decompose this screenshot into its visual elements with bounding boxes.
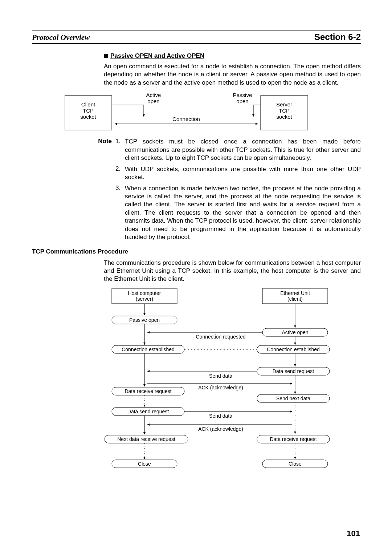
note-2-num: 2. xyxy=(115,165,125,182)
header-right: Section 6-2 xyxy=(314,32,361,42)
note-2: 2. With UDP sockets, communications are … xyxy=(86,165,361,182)
note-2-text: With UDP sockets, communications are pos… xyxy=(125,165,361,182)
passive-open-1: Passive xyxy=(233,92,252,98)
bubble-data-send-req-left: Data send request xyxy=(127,409,169,414)
server-label-1: Server xyxy=(276,101,292,108)
bubble-conn-est-left: Connection established xyxy=(122,347,175,352)
subheading-passive-active-open: Passive OPEN and Active OPEN xyxy=(104,52,361,60)
tcp-intro-block: The communications procedure is shown be… xyxy=(104,259,361,283)
eth-box-l1: Ethernet Unit xyxy=(280,290,310,296)
label-ack-2: ACK (acknowledge) xyxy=(198,426,243,432)
server-label-3: socket xyxy=(276,114,292,120)
note-label: Note xyxy=(86,138,115,162)
rule-top-thin xyxy=(32,31,361,31)
header-left: Protocol Overview xyxy=(32,33,90,42)
label-ack-1: ACK (acknowledge) xyxy=(198,385,243,390)
active-open-2: open xyxy=(147,98,159,104)
tcp-flow-diagram: Host computer (server) Ethernet Unit (cl… xyxy=(105,288,361,485)
rule-top-thick xyxy=(32,43,361,44)
open-diagram-svg: Client TCP socket Server TCP socket Acti… xyxy=(65,92,319,132)
note-3-text: When a connection is made between two no… xyxy=(125,185,361,242)
active-open-1: Active xyxy=(146,92,161,98)
bubble-next-recv-req-left: Next data receive request xyxy=(117,436,175,442)
label-conn-req: Connection requested xyxy=(196,334,246,340)
host-box-l1: Host computer xyxy=(128,290,161,296)
note-1-num: 1. xyxy=(115,138,125,162)
square-bullet-icon xyxy=(104,54,108,58)
note-1-text: TCP sockets must be closed once a connec… xyxy=(125,138,361,162)
client-label-3: socket xyxy=(80,114,96,120)
client-label-2: TCP xyxy=(83,108,94,114)
server-label-2: TCP xyxy=(279,108,290,114)
bubble-passive-open: Passive open xyxy=(129,317,160,323)
label-send-data-2: Send data xyxy=(209,413,232,419)
bubble-data-send-req-right: Data send request xyxy=(273,368,314,374)
eth-box-l2: (client) xyxy=(287,296,303,302)
bubble-close-left: Close xyxy=(138,461,151,467)
page: Protocol Overview Section 6-2 Passive OP… xyxy=(0,0,392,555)
bubble-send-next-right: Send next data xyxy=(276,396,310,401)
passive-open-2: open xyxy=(236,98,248,104)
bubble-close-right: Close xyxy=(289,461,302,467)
bubble-data-recv-req-left: Data receive request xyxy=(124,388,171,394)
tcp-comm-heading: TCP Communications Procedure xyxy=(32,248,361,255)
note-1: Note 1. TCP sockets must be closed once … xyxy=(86,138,361,162)
page-number: 101 xyxy=(347,529,360,538)
bubble-conn-est-right: Connection established xyxy=(267,347,320,352)
bubble-data-recv-req-right: Data receive request xyxy=(270,436,317,442)
host-box-l2: (server) xyxy=(136,296,153,302)
bubble-active-open: Active open xyxy=(282,329,308,335)
open-diagram: Client TCP socket Server TCP socket Acti… xyxy=(65,92,361,132)
tcp-flow-svg: Host computer (server) Ethernet Unit (cl… xyxy=(105,288,344,485)
tcp-intro-text: The communications procedure is shown be… xyxy=(104,259,361,283)
note-3: 3. When a connection is made between two… xyxy=(86,185,361,242)
section-body: Passive OPEN and Active OPEN An open com… xyxy=(104,52,361,87)
connection-label: Connection xyxy=(172,116,200,122)
label-send-data-1: Send data xyxy=(209,373,232,379)
client-label-1: Client xyxy=(81,101,95,108)
intro-paragraph: An open command is executed for a node t… xyxy=(104,62,361,87)
page-header: Protocol Overview Section 6-2 xyxy=(32,32,361,42)
note-3-num: 3. xyxy=(115,185,125,242)
subheading-text: Passive OPEN and Active OPEN xyxy=(110,52,204,59)
